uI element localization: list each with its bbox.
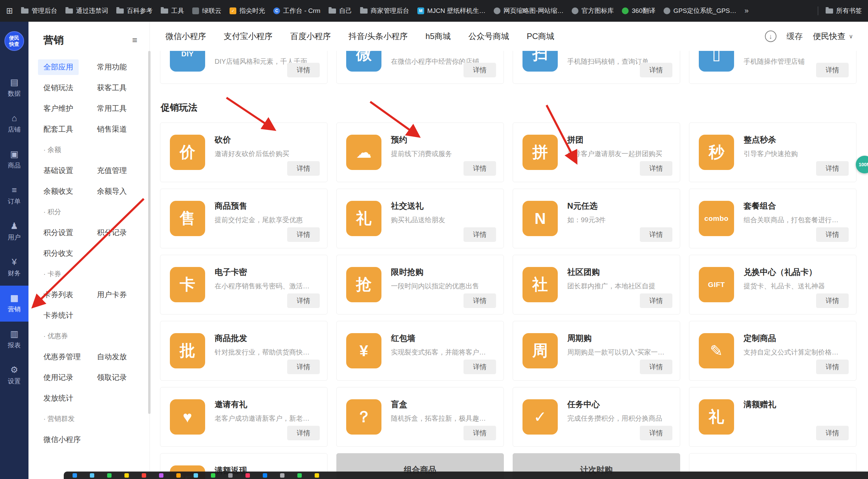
sidebar-scrollbar[interactable] [148,51,151,414]
dock-app-icon[interactable] [107,473,112,478]
tab-alipay-miniprogram[interactable]: 支付宝小程序 [224,31,273,42]
detail-button[interactable]: 详情 [287,161,320,176]
bookmark-item[interactable]: 通过违禁词 [65,6,108,15]
dock-app-icon[interactable] [90,473,94,478]
detail-button[interactable]: 详情 [640,293,672,308]
download-icon[interactable]: ↓ [765,31,776,42]
detail-button[interactable]: 详情 [287,63,320,77]
menu-item[interactable]: 基础设置 [43,166,97,176]
detail-button[interactable]: 详情 [816,426,849,440]
apps-grid-icon[interactable]: ⊞ [6,6,13,16]
detail-button[interactable]: 详情 [463,161,496,176]
promo-card-blind-box[interactable]: ？盲盒随机拆盒，拓客拉新，极具趣…详情 [336,387,504,447]
sidebar-item-finance[interactable]: ¥财务 [0,250,28,286]
sidebar-item-store[interactable]: ⌂店铺 [0,106,28,142]
menu-item[interactable]: 常用工具 [97,103,143,114]
promo-card-flash-sale[interactable]: 秒整点秒杀引导客户快速抢购详情 [689,122,856,182]
bookmark-item[interactable]: C工作台 - Crm [273,6,320,15]
menu-item[interactable]: 用户卡券 [97,290,143,300]
bookmark-item[interactable]: 360翻译 [622,6,655,15]
bookmark-item[interactable]: MMJCN 壁纸样机生… [417,6,486,15]
bookmark-item[interactable]: 自己 [329,6,352,15]
dock-app-icon[interactable] [245,473,250,478]
detail-button[interactable]: 详情 [287,227,320,242]
promo-card-presale[interactable]: 售商品预售提前交付定金，尾款享受优惠详情 [160,189,328,248]
tab-pc-mall[interactable]: PC商城 [527,31,554,42]
tab-official-account-mall[interactable]: 公众号商城 [468,31,509,42]
promo-card-wholesale[interactable]: 批商品批发针对批发行业，帮助供货商快…详情 [160,321,328,381]
detail-button[interactable]: 详情 [816,293,849,308]
promo-card-custom-goods[interactable]: ✎定制商品支持自定义公式计算定制价格…详情 [689,321,856,381]
menu-item[interactable]: 积分收支 [43,248,97,258]
promo-card-community-buy[interactable]: 社社区团购团长群内推广，本地社区自提详情 [513,255,680,314]
menu-item[interactable]: 使用记录 [43,372,97,383]
menu-item[interactable]: 微信小程序 [43,435,97,445]
menu-item[interactable]: 余额导入 [97,186,143,196]
dock-app-icon[interactable] [159,473,163,478]
detail-button[interactable]: 详情 [640,227,672,242]
dock-app-icon[interactable] [263,473,267,478]
menu-item[interactable]: 优惠券管理 [43,352,97,362]
promo-card-combo[interactable]: combo套餐组合组合关联商品，打包套餐进行…详情 [689,189,856,248]
app-card[interactable]: 扫 手机随扫码核销，查询订单 详情 [513,51,680,84]
dock-app-icon[interactable] [297,473,302,478]
tab-douyin-miniprogram[interactable]: 抖音/头条小程序 [349,31,408,42]
sidebar-item-settings[interactable]: ⚙设置 [0,358,28,394]
app-card[interactable]: ▯ 手机随操作管理店铺 详情 [689,51,856,84]
promo-card-invite-reward[interactable]: ♥邀请有礼老客户成功邀请新客户，新老…详情 [160,387,328,447]
dock-app-icon[interactable] [315,473,319,478]
menu-item[interactable]: 充值管理 [97,166,143,176]
detail-button[interactable]: 详情 [463,293,496,308]
detail-button[interactable]: 详情 [816,227,849,242]
tab-wechat-miniprogram[interactable]: 微信小程序 [165,31,206,42]
detail-button[interactable]: 详情 [816,63,849,77]
all-bookmarks-button[interactable]: 所有书签 [826,6,862,15]
promo-card-time-limited[interactable]: 抢限时抢购一段时间内以指定的优惠出售详情 [336,255,504,314]
menu-item[interactable]: 卡券统计 [43,310,97,321]
menu-item-all-apps[interactable]: 全部应用 [38,59,79,75]
tab-h5-mall[interactable]: h5商城 [426,31,451,42]
dock-app-icon[interactable] [211,473,215,478]
detail-button[interactable]: 详情 [287,293,320,308]
sidebar-item-orders[interactable]: ≡订单 [0,178,28,214]
detail-button[interactable]: 详情 [463,360,496,374]
sidebar-item-marketing[interactable]: ▦营销 [0,286,28,322]
menu-collapse-icon[interactable]: ≡ [132,35,137,45]
detail-button[interactable]: 详情 [640,63,672,77]
promo-card-red-packet-wall[interactable]: ¥红包墙实现裂变式拓客，并能将客户…详情 [336,321,504,381]
detail-button[interactable]: 详情 [640,360,672,374]
promo-card-gift-over-amount[interactable]: 礼满额赠礼详情 [689,387,856,447]
promo-card-task-center[interactable]: ✓任务中心完成任务攒积分，用积分换商品详情 [513,387,680,447]
app-logo[interactable]: 便民 快查 [4,31,24,51]
menu-item[interactable]: 促销玩法 [43,83,97,93]
detail-button[interactable]: 详情 [463,63,496,77]
menu-item[interactable]: 常用功能 [97,62,143,72]
promo-card-n-yuan[interactable]: NN元任选如：99元3件详情 [513,189,680,248]
menu-item[interactable]: 客户维护 [43,103,97,114]
dock-app-icon[interactable] [280,473,284,478]
bookmark-item[interactable]: GPS定位系统_GPS… [664,6,736,15]
bookmark-item[interactable]: 绿联云 [192,6,221,15]
menu-item[interactable]: 自动发放 [97,352,143,362]
bookmark-item[interactable]: 管理后台 [21,6,57,15]
promo-card-booking[interactable]: ☁预约提前线下消费或服务详情 [336,122,504,182]
promo-card-social-gift[interactable]: 礼社交送礼购买礼品送给朋友详情 [336,189,504,248]
detail-button[interactable]: 详情 [463,227,496,242]
bookmark-item[interactable]: 百科参考 [116,6,153,15]
bookmark-item[interactable]: 网页缩略图-网站缩… [494,6,564,15]
dock-app-icon[interactable] [176,473,181,478]
dock-app-icon[interactable] [73,473,77,478]
menu-item[interactable]: 积分设置 [43,228,97,238]
cache-button[interactable]: 缓存 [787,31,803,42]
dock-app-icon[interactable] [124,473,129,478]
detail-button[interactable]: 详情 [816,360,849,374]
tab-baidu-miniprogram[interactable]: 百度小程序 [290,31,331,42]
detail-button[interactable]: 详情 [287,426,320,440]
menu-item[interactable]: 余额收支 [43,186,97,196]
dock-app-icon[interactable] [194,473,198,478]
sidebar-item-users[interactable]: ♟用户 [0,214,28,250]
menu-item[interactable]: 销售渠道 [97,124,143,134]
sidebar-item-reports[interactable]: ▥报表 [0,322,28,358]
dock-app-icon[interactable] [228,473,233,478]
bookmark-item[interactable]: ✓指尖时光 [230,6,265,15]
